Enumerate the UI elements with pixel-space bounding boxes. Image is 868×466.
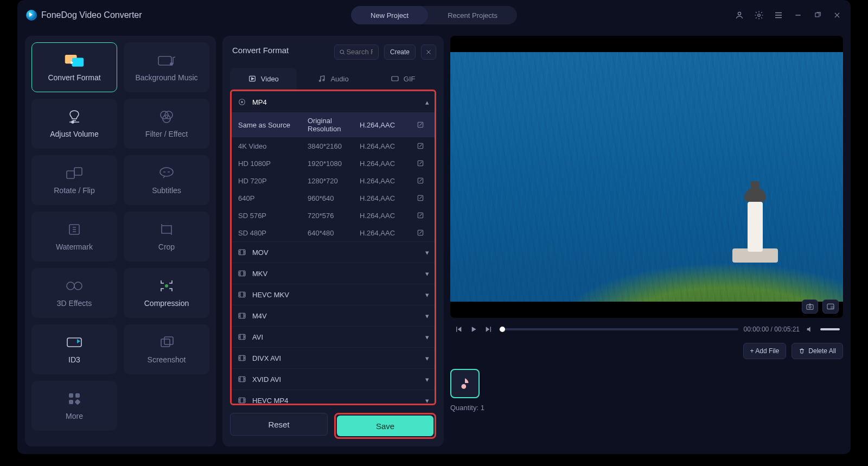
volume-slider[interactable] bbox=[820, 328, 840, 330]
delete-all-label: Delete All bbox=[808, 347, 836, 355]
tile-watermark[interactable]: Watermark bbox=[31, 212, 117, 261]
svg-rect-47 bbox=[807, 305, 813, 310]
format-row-edit[interactable] bbox=[416, 142, 425, 150]
prev-button[interactable] bbox=[454, 324, 463, 334]
save-button[interactable]: Save bbox=[337, 416, 433, 436]
tab-audio[interactable]: Audio bbox=[300, 68, 367, 90]
format-row-codec: H.264,AAC bbox=[360, 229, 412, 237]
tile-background-music[interactable]: Background Music bbox=[124, 42, 209, 92]
add-file-button[interactable]: + Add File bbox=[743, 343, 787, 359]
window-minimize-icon[interactable] bbox=[793, 10, 803, 20]
tile-subtitles[interactable]: Subtitles bbox=[124, 155, 209, 205]
svg-point-25 bbox=[340, 50, 344, 54]
format-group-hevc-mp4[interactable]: HEVC MP4▾ bbox=[232, 390, 435, 405]
format-row-resolution: 1920*1080 bbox=[308, 159, 355, 168]
format-row-codec: H.264,AAC bbox=[360, 177, 412, 185]
format-row-edit[interactable] bbox=[416, 176, 425, 185]
account-icon[interactable] bbox=[735, 10, 744, 20]
edit-icon bbox=[417, 159, 424, 167]
svg-rect-42 bbox=[239, 313, 245, 318]
format-row[interactable]: SD 576P720*576H.264,AAC bbox=[232, 207, 435, 224]
tile-more[interactable]: More bbox=[31, 381, 117, 431]
format-row-name: 4K Video bbox=[238, 142, 303, 150]
tab-video[interactable]: Video bbox=[230, 68, 297, 90]
volume-button[interactable] bbox=[805, 324, 815, 334]
edit-icon bbox=[417, 177, 424, 184]
reset-button[interactable]: Reset bbox=[230, 413, 328, 436]
format-group-hevc-mkv[interactable]: HEVC MKV▾ bbox=[232, 284, 435, 305]
snapshot-button[interactable] bbox=[802, 299, 818, 314]
format-row-name: HD 1080P bbox=[238, 159, 303, 168]
format-group-label: MP4 bbox=[252, 98, 267, 106]
tab-new-project[interactable]: New Project bbox=[351, 6, 428, 24]
svg-rect-29 bbox=[392, 76, 398, 81]
file-thumbnails bbox=[450, 369, 843, 398]
svg-rect-11 bbox=[67, 171, 74, 178]
id3-icon bbox=[64, 335, 85, 350]
format-row-resolution: Original Resolution bbox=[308, 117, 355, 133]
format-group-label: MOV bbox=[252, 248, 269, 257]
tile-3d-effects[interactable]: 3D Effects bbox=[31, 268, 117, 318]
format-row-edit[interactable] bbox=[416, 120, 425, 129]
format-group-mp4[interactable]: MP4▴ bbox=[232, 92, 435, 112]
format-row-name: SD 480P bbox=[238, 229, 303, 237]
tile-label: Screenshot bbox=[148, 355, 186, 364]
format-row[interactable]: HD 720P1280*720H.264,AAC bbox=[232, 172, 435, 189]
next-button[interactable] bbox=[484, 324, 494, 334]
tile-id3[interactable]: ID3 bbox=[31, 324, 117, 374]
fullscreen-button[interactable] bbox=[822, 299, 839, 314]
convert-format-icon bbox=[64, 53, 85, 68]
format-group-m4v[interactable]: M4V▾ bbox=[232, 305, 435, 326]
progress-handle[interactable] bbox=[500, 327, 505, 332]
format-list: MP4▴Same as SourceOriginal ResolutionH.2… bbox=[230, 90, 436, 405]
format-row[interactable]: SD 480P640*480H.264,AAC bbox=[232, 224, 435, 241]
format-row-codec: H.264,AAC bbox=[360, 159, 412, 168]
format-row-edit[interactable] bbox=[416, 228, 425, 237]
format-row-edit[interactable] bbox=[416, 211, 425, 220]
project-tabs: New Project Recent Projects bbox=[351, 6, 517, 24]
format-row[interactable]: 4K Video3840*2160H.264,AAC bbox=[232, 137, 435, 155]
tile-convert-format[interactable]: Convert Format bbox=[31, 42, 117, 92]
tile-rotate-flip[interactable]: Rotate / Flip bbox=[31, 155, 117, 205]
format-group-avi[interactable]: AVI▾ bbox=[232, 327, 435, 347]
format-row-edit[interactable] bbox=[416, 194, 425, 202]
svg-point-7 bbox=[72, 121, 74, 123]
edit-icon bbox=[417, 142, 424, 150]
window-maximize-icon[interactable] bbox=[813, 10, 822, 20]
menu-icon[interactable] bbox=[774, 10, 783, 20]
format-group-xvid-avi[interactable]: XVID AVI▾ bbox=[232, 369, 435, 390]
tile-adjust-volume[interactable]: Adjust Volume bbox=[31, 99, 117, 149]
tile-label: Adjust Volume bbox=[50, 130, 99, 138]
format-row[interactable]: 640P960*640H.264,AAC bbox=[232, 189, 435, 207]
settings-icon[interactable] bbox=[754, 10, 764, 20]
save-highlight: Save bbox=[334, 413, 436, 439]
tile-label: Compression bbox=[144, 299, 189, 308]
search-input[interactable] bbox=[334, 44, 379, 60]
svg-rect-23 bbox=[69, 400, 73, 404]
svg-rect-46 bbox=[239, 398, 245, 403]
tile-compression[interactable]: Compression bbox=[124, 268, 209, 318]
tile-filter-effect[interactable]: Filter / Effect bbox=[124, 99, 209, 149]
progress-bar[interactable] bbox=[499, 328, 738, 330]
panel-close-button[interactable] bbox=[421, 44, 436, 60]
create-button[interactable]: Create bbox=[384, 44, 416, 60]
preview-panel: 00:00:00 / 00:05:21 + Add File Delete Al… bbox=[450, 36, 843, 446]
format-row-codec: H.264,AAC bbox=[360, 212, 412, 220]
format-group-divx-avi[interactable]: DIVX AVI▾ bbox=[232, 348, 435, 368]
format-group-mkv[interactable]: MKV▾ bbox=[232, 263, 435, 284]
format-row[interactable]: HD 1080P1920*1080H.264,AAC bbox=[232, 155, 435, 172]
format-row[interactable]: Same as SourceOriginal ResolutionH.264,A… bbox=[232, 112, 435, 137]
delete-all-button[interactable]: Delete All bbox=[792, 343, 843, 359]
window-close-icon[interactable] bbox=[832, 10, 842, 20]
format-row-edit[interactable] bbox=[416, 159, 425, 168]
tab-recent-projects[interactable]: Recent Projects bbox=[428, 6, 517, 24]
svg-rect-45 bbox=[239, 376, 245, 381]
play-button[interactable] bbox=[469, 324, 478, 334]
tile-crop[interactable]: Crop bbox=[124, 212, 209, 261]
format-group-mov[interactable]: MOV▾ bbox=[232, 242, 435, 263]
tile-screenshot[interactable]: Screenshot bbox=[124, 324, 209, 374]
file-thumb[interactable] bbox=[450, 369, 480, 398]
svg-rect-43 bbox=[239, 334, 245, 339]
tab-gif[interactable]: GIF bbox=[369, 68, 436, 90]
search-field[interactable] bbox=[345, 47, 374, 56]
